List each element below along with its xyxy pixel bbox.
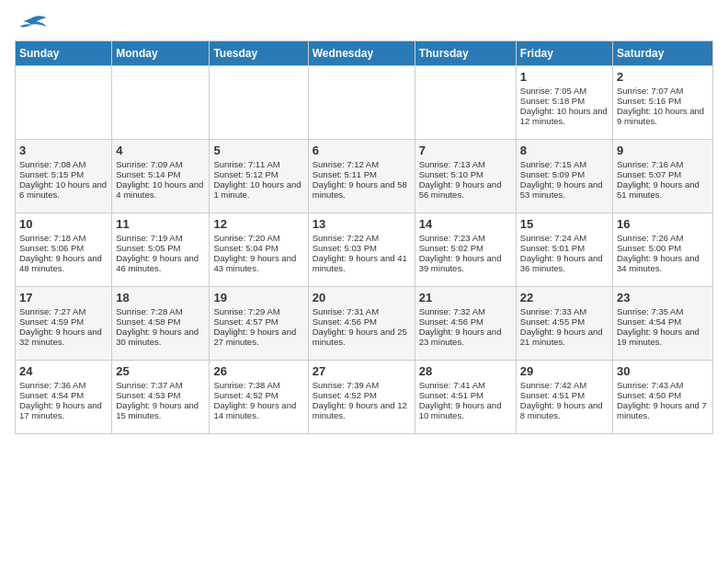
day-info: Sunset: 4:58 PM	[116, 316, 205, 327]
calendar-table: SundayMondayTuesdayWednesdayThursdayFrid…	[15, 40, 713, 434]
day-info: Sunset: 5:03 PM	[313, 243, 411, 253]
calendar-cell: 6Sunrise: 7:12 AMSunset: 5:11 PMDaylight…	[308, 140, 415, 213]
day-info: Sunrise: 7:27 AM	[19, 306, 108, 316]
day-number: 16	[617, 217, 709, 231]
day-number: 11	[116, 217, 205, 231]
day-info: Daylight: 9 hours and 12 minutes.	[313, 400, 411, 420]
calendar-cell	[16, 66, 112, 140]
day-number: 21	[419, 291, 512, 304]
day-info: Sunrise: 7:38 AM	[213, 380, 303, 390]
week-row-3: 10Sunrise: 7:18 AMSunset: 5:06 PMDayligh…	[16, 213, 713, 287]
day-number: 2	[617, 70, 709, 84]
day-info: Daylight: 9 hours and 7 minutes.	[617, 400, 709, 420]
day-info: Sunrise: 7:33 AM	[520, 306, 609, 316]
day-info: Sunrise: 7:26 AM	[617, 233, 709, 243]
calendar-cell: 15Sunrise: 7:24 AMSunset: 5:01 PMDayligh…	[516, 213, 612, 287]
week-row-1: 1Sunrise: 7:05 AMSunset: 5:18 PMDaylight…	[16, 66, 713, 140]
day-number: 7	[419, 144, 512, 157]
calendar-cell: 25Sunrise: 7:37 AMSunset: 4:53 PMDayligh…	[112, 361, 210, 434]
day-number: 8	[520, 144, 609, 157]
day-info: Sunrise: 7:19 AM	[116, 233, 205, 243]
day-info: Sunset: 4:52 PM	[313, 390, 411, 400]
day-info: Daylight: 10 hours and 6 minutes.	[19, 179, 108, 200]
day-info: Sunrise: 7:15 AM	[520, 159, 609, 169]
day-info: Daylight: 9 hours and 39 minutes.	[419, 253, 512, 273]
day-info: Sunset: 5:01 PM	[520, 243, 609, 253]
col-header-tuesday: Tuesday	[210, 41, 308, 66]
day-info: Sunset: 5:09 PM	[520, 169, 609, 179]
calendar-cell: 23Sunrise: 7:35 AMSunset: 4:54 PMDayligh…	[612, 287, 712, 361]
day-info: Daylight: 9 hours and 34 minutes.	[617, 253, 709, 273]
calendar-cell: 20Sunrise: 7:31 AMSunset: 4:56 PMDayligh…	[308, 287, 415, 361]
day-info: Sunset: 5:16 PM	[617, 96, 709, 106]
day-number: 6	[313, 144, 411, 157]
day-info: Sunset: 4:55 PM	[520, 316, 609, 327]
col-header-thursday: Thursday	[415, 41, 516, 66]
day-number: 14	[419, 217, 512, 231]
day-info: Sunrise: 7:29 AM	[213, 306, 303, 316]
day-info: Daylight: 9 hours and 25 minutes.	[313, 327, 411, 347]
calendar-cell: 11Sunrise: 7:19 AMSunset: 5:05 PMDayligh…	[112, 213, 210, 287]
day-number: 29	[520, 364, 609, 378]
day-info: Sunrise: 7:43 AM	[617, 380, 709, 390]
day-info: Sunrise: 7:07 AM	[617, 86, 709, 96]
col-header-friday: Friday	[516, 41, 612, 66]
day-info: Daylight: 9 hours and 23 minutes.	[419, 327, 512, 347]
calendar-cell: 5Sunrise: 7:11 AMSunset: 5:12 PMDaylight…	[210, 140, 308, 213]
day-info: Sunset: 5:11 PM	[313, 169, 411, 179]
day-info: Daylight: 9 hours and 36 minutes.	[520, 253, 609, 273]
day-number: 5	[213, 144, 303, 157]
day-number: 30	[617, 364, 709, 378]
week-row-4: 17Sunrise: 7:27 AMSunset: 4:59 PMDayligh…	[16, 287, 713, 361]
day-info: Daylight: 9 hours and 46 minutes.	[116, 253, 205, 273]
day-info: Sunrise: 7:24 AM	[520, 233, 609, 243]
calendar-cell	[308, 66, 415, 140]
calendar-cell: 26Sunrise: 7:38 AMSunset: 4:52 PMDayligh…	[210, 361, 308, 434]
day-info: Sunrise: 7:41 AM	[419, 380, 512, 390]
calendar-cell: 1Sunrise: 7:05 AMSunset: 5:18 PMDaylight…	[516, 66, 612, 140]
day-info: Sunset: 4:50 PM	[617, 390, 709, 400]
day-info: Daylight: 9 hours and 15 minutes.	[116, 400, 205, 420]
day-info: Sunrise: 7:11 AM	[213, 159, 303, 169]
day-info: Sunset: 5:04 PM	[213, 243, 303, 253]
day-info: Daylight: 9 hours and 14 minutes.	[213, 400, 303, 420]
day-info: Sunrise: 7:42 AM	[520, 380, 609, 390]
col-header-saturday: Saturday	[612, 41, 712, 66]
day-info: Daylight: 9 hours and 48 minutes.	[19, 253, 108, 273]
day-info: Daylight: 10 hours and 12 minutes.	[520, 106, 609, 126]
calendar-cell: 2Sunrise: 7:07 AMSunset: 5:16 PMDaylight…	[612, 66, 712, 140]
day-info: Sunset: 4:53 PM	[116, 390, 205, 400]
calendar-cell: 8Sunrise: 7:15 AMSunset: 5:09 PMDaylight…	[516, 140, 612, 213]
page-header	[15, 15, 713, 33]
day-info: Sunset: 4:54 PM	[617, 316, 709, 327]
calendar-header-row: SundayMondayTuesdayWednesdayThursdayFrid…	[16, 41, 713, 66]
day-number: 3	[19, 144, 108, 157]
calendar-cell: 22Sunrise: 7:33 AMSunset: 4:55 PMDayligh…	[516, 287, 612, 361]
day-number: 18	[116, 291, 205, 304]
calendar-cell: 29Sunrise: 7:42 AMSunset: 4:51 PMDayligh…	[516, 361, 612, 434]
day-info: Daylight: 9 hours and 43 minutes.	[213, 253, 303, 273]
day-info: Sunset: 5:06 PM	[19, 243, 108, 253]
day-number: 28	[419, 364, 512, 378]
day-info: Sunrise: 7:23 AM	[419, 233, 512, 243]
calendar-cell: 7Sunrise: 7:13 AMSunset: 5:10 PMDaylight…	[415, 140, 516, 213]
day-info: Sunrise: 7:05 AM	[520, 86, 609, 96]
calendar-cell	[112, 66, 210, 140]
day-info: Sunset: 5:18 PM	[520, 96, 609, 106]
day-info: Sunset: 4:56 PM	[313, 316, 411, 327]
day-info: Sunrise: 7:13 AM	[419, 159, 512, 169]
day-info: Daylight: 9 hours and 30 minutes.	[116, 327, 205, 347]
calendar-cell: 17Sunrise: 7:27 AMSunset: 4:59 PMDayligh…	[16, 287, 112, 361]
day-info: Daylight: 9 hours and 21 minutes.	[520, 327, 609, 347]
day-number: 19	[213, 291, 303, 304]
col-header-wednesday: Wednesday	[308, 41, 415, 66]
day-info: Daylight: 10 hours and 4 minutes.	[116, 179, 205, 200]
day-number: 23	[617, 291, 709, 304]
day-number: 10	[19, 217, 108, 231]
day-number: 27	[313, 364, 411, 378]
day-info: Sunrise: 7:35 AM	[617, 306, 709, 316]
logo-icon	[15, 15, 48, 33]
calendar-cell: 4Sunrise: 7:09 AMSunset: 5:14 PMDaylight…	[112, 140, 210, 213]
logo	[15, 15, 51, 33]
day-info: Daylight: 10 hours and 1 minute.	[213, 179, 303, 200]
